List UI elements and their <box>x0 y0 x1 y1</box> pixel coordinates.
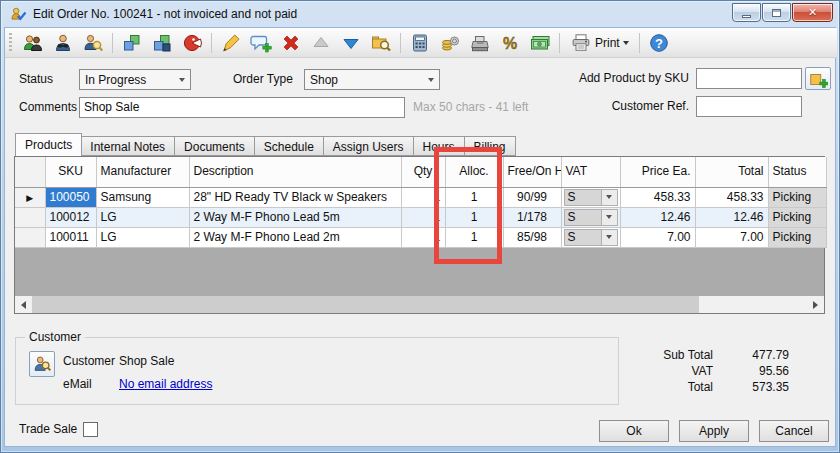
cell-alloc[interactable]: 1 <box>445 187 503 207</box>
table-row[interactable]: 100011LG2 Way M-F Phono Lead 2m1185/98S7… <box>15 227 826 247</box>
customer-lookup-button[interactable] <box>29 351 55 377</box>
row-selector[interactable] <box>15 207 45 227</box>
user-search-button[interactable] <box>80 30 106 56</box>
vat-select[interactable]: S <box>564 229 618 246</box>
cell-free_on_hand[interactable]: 85/98 <box>503 227 561 247</box>
money-button[interactable] <box>527 30 553 56</box>
order-type-label: Order Type <box>233 69 293 90</box>
scroll-right-button[interactable] <box>807 296 824 313</box>
move-up-button[interactable] <box>308 30 334 56</box>
user-search-icon <box>82 32 104 54</box>
edit-button[interactable] <box>218 30 244 56</box>
costs-icon <box>439 32 461 54</box>
order-type-select[interactable]: Shop <box>304 69 440 90</box>
product-remove-button[interactable] <box>179 30 205 56</box>
cell-description[interactable]: 2 Way M-F Phono Lead 2m <box>189 227 401 247</box>
products-alt-button[interactable] <box>149 30 175 56</box>
row-selector[interactable]: ▶ <box>15 187 45 207</box>
column-header-sku[interactable]: SKU <box>45 157 96 187</box>
add-product-button[interactable] <box>805 67 831 90</box>
row-selector[interactable] <box>15 227 45 247</box>
help-button[interactable]: ? <box>646 30 672 56</box>
cell-qty: 1 <box>401 187 445 207</box>
column-header-status[interactable]: Status <box>768 157 826 187</box>
cell-total[interactable]: 12.46 <box>695 207 768 227</box>
table-row[interactable]: ▶100050Samsung28" HD Ready TV Black w Sp… <box>15 187 826 207</box>
cell-alloc[interactable]: 1 <box>445 207 503 227</box>
cell-sku[interactable]: 100011 <box>45 227 96 247</box>
scrollbar-track[interactable] <box>32 296 807 313</box>
cell-total[interactable]: 7.00 <box>695 227 768 247</box>
customer-ref-input[interactable] <box>696 96 802 117</box>
vat-select[interactable]: S <box>564 189 618 206</box>
horizontal-scrollbar[interactable] <box>15 296 824 313</box>
find-button[interactable] <box>368 30 394 56</box>
cell-free_on_hand[interactable]: 1/178 <box>503 207 561 227</box>
minimize-button[interactable] <box>732 3 761 22</box>
email-link[interactable]: No email address <box>119 374 212 395</box>
percent-button[interactable]: % <box>497 30 523 56</box>
cell-price_ea[interactable]: 7.00 <box>620 227 695 247</box>
cell-price_ea[interactable]: 12.46 <box>620 207 695 227</box>
ok-button[interactable]: Ok <box>599 420 669 442</box>
move-down-icon <box>340 32 362 54</box>
chevron-down-icon <box>601 190 617 205</box>
cell-sku[interactable]: 100050 <box>45 187 96 207</box>
printer-button[interactable]: Print <box>566 30 633 56</box>
cell-description[interactable]: 28" HD Ready TV Black w Speakers <box>189 187 401 207</box>
comments-input[interactable]: Shop Sale <box>79 97 405 118</box>
scrollbar-thumb[interactable] <box>32 296 699 313</box>
status-label: Status <box>19 69 53 90</box>
add-comment-button[interactable] <box>248 30 274 56</box>
cell-sku[interactable]: 100012 <box>45 207 96 227</box>
user-binoculars-button[interactable] <box>50 30 76 56</box>
maximize-button[interactable] <box>762 3 791 22</box>
status-select[interactable]: In Progress <box>79 69 191 90</box>
toolbar-separator <box>400 33 401 53</box>
till-button[interactable] <box>467 30 493 56</box>
cancel-button[interactable]: Cancel <box>759 420 829 442</box>
cell-free_on_hand[interactable]: 90/99 <box>503 187 561 207</box>
column-header-description[interactable]: Description <box>189 157 401 187</box>
column-header-qty[interactable]: Qty <box>401 157 445 187</box>
column-header-alloc[interactable]: Alloc. <box>445 157 503 187</box>
tab-billing[interactable]: Billing <box>465 136 516 156</box>
sub-total-label: Sub Total <box>623 347 713 363</box>
table-row[interactable]: 100012LG2 Way M-F Phono Lead 5m111/178S1… <box>15 207 826 227</box>
cell-manufacturer[interactable]: Samsung <box>96 187 189 207</box>
toolbar-grip[interactable] <box>9 33 12 53</box>
calculator-button[interactable] <box>407 30 433 56</box>
column-header-total[interactable]: Total <box>695 157 768 187</box>
tab-internal-notes[interactable]: Internal Notes <box>81 136 175 156</box>
tab-products[interactable]: Products <box>15 133 82 156</box>
tab-documents[interactable]: Documents <box>175 136 255 156</box>
column-header-manufacturer[interactable]: Manufacturer <box>96 157 189 187</box>
cell-alloc[interactable]: 1 <box>445 227 503 247</box>
move-down-button[interactable] <box>338 30 364 56</box>
delete-button[interactable] <box>278 30 304 56</box>
products-icon <box>121 32 143 54</box>
tab-schedule[interactable]: Schedule <box>255 136 324 156</box>
users-button[interactable] <box>20 30 46 56</box>
tab-hours[interactable]: Hours <box>414 136 465 156</box>
cell-status: Picking <box>768 227 826 247</box>
products-button[interactable] <box>119 30 145 56</box>
cell-price_ea[interactable]: 458.33 <box>620 187 695 207</box>
vat-select[interactable]: S <box>564 209 618 226</box>
cell-total[interactable]: 458.33 <box>695 187 768 207</box>
titlebar[interactable]: Edit Order No. 100241 - not invoiced and… <box>1 1 839 27</box>
add-product-sku-input[interactable] <box>696 68 802 89</box>
scroll-left-button[interactable] <box>15 296 32 313</box>
chevron-down-icon <box>601 210 617 225</box>
tab-assign-users[interactable]: Assign Users <box>324 136 414 156</box>
apply-button[interactable]: Apply <box>679 420 749 442</box>
column-header-free_on_hand[interactable]: Free/On Hand <box>503 157 561 187</box>
close-button[interactable]: ✕ <box>792 3 833 22</box>
cell-description[interactable]: 2 Way M-F Phono Lead 5m <box>189 207 401 227</box>
costs-button[interactable] <box>437 30 463 56</box>
trade-sale-checkbox[interactable] <box>83 422 98 437</box>
column-header-price_ea[interactable]: Price Ea. <box>620 157 695 187</box>
cell-manufacturer[interactable]: LG <box>96 207 189 227</box>
column-header-vat[interactable]: VAT <box>561 157 620 187</box>
cell-manufacturer[interactable]: LG <box>96 227 189 247</box>
